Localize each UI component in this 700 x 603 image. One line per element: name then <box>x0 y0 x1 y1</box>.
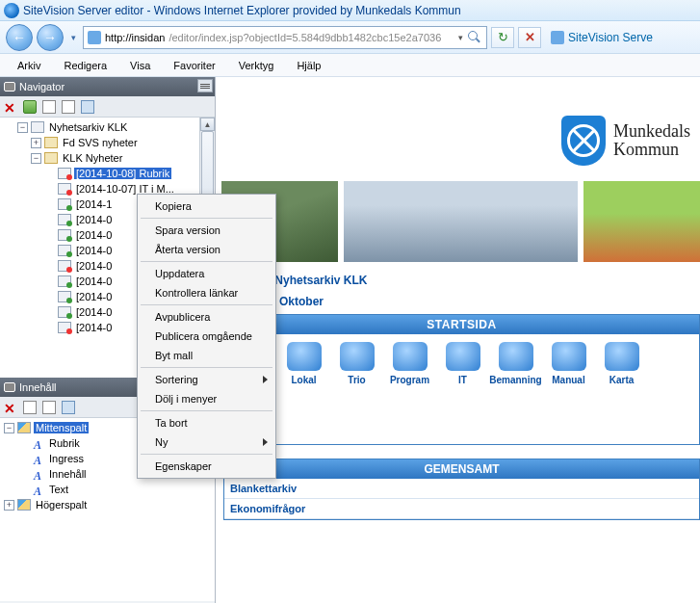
navigator-menu-button[interactable] <box>197 79 213 92</box>
menu-redigera[interactable]: Redigera <box>54 57 117 74</box>
ctx-separator <box>141 410 272 411</box>
sitevision-icon <box>551 31 564 44</box>
gemensamt-title: GEMENSAMT <box>224 459 699 479</box>
ctx-sortering[interactable]: Sortering <box>140 370 273 389</box>
refresh-button[interactable]: ↻ <box>491 27 514 48</box>
new-item-icon[interactable] <box>62 100 75 114</box>
tab-sitevision[interactable]: SiteVision Serve <box>551 31 653 44</box>
menu-visa[interactable]: Visa <box>120 57 160 74</box>
banner-photo-2 <box>344 181 578 262</box>
module-icon[interactable] <box>42 401 56 414</box>
menu-verktyg[interactable]: Verktyg <box>229 57 284 74</box>
brand-line1: Munkedals <box>613 122 690 141</box>
ctx-separator <box>141 304 272 305</box>
ctx-byt-mall[interactable]: Byt mall <box>140 346 273 365</box>
startsida-title: STARTSIDA <box>224 315 699 334</box>
new-page-icon[interactable] <box>42 100 56 114</box>
ctx-uppdatera[interactable]: Uppdatera <box>140 264 273 283</box>
link-blankettarkiv[interactable]: Blankettarkiv <box>224 479 699 499</box>
navigator-header: Navigator <box>0 77 215 96</box>
ctx-avpublicera[interactable]: Avpublicera <box>140 307 273 327</box>
brand-row: Munkedals Kommun <box>216 77 700 181</box>
window-titlebar: SiteVision Server editor - Windows Inter… <box>0 0 700 21</box>
startsida-box: STARTSIDA Bil Lokal Trio Program IT Bema… <box>223 314 700 445</box>
page-preview: Munkedals Kommun INsidan | Nyhetsarkiv K… <box>216 77 700 603</box>
link-ekonomifragor[interactable]: Ekonomifrågor <box>224 499 699 519</box>
search-icon[interactable] <box>467 30 482 45</box>
ctx-dolj-i-menyer[interactable]: Dölj i menyer <box>140 389 273 408</box>
innehall-title: Innehåll <box>19 381 57 393</box>
navigator-icon <box>4 82 15 92</box>
ctx-spara-version[interactable]: Spara version <box>140 221 273 240</box>
tree-klk-nyheter[interactable]: − KLK Nyheter <box>4 150 215 166</box>
brand-line2: Kommun <box>613 141 690 159</box>
app-bemanning[interactable]: Bemanning <box>489 334 542 389</box>
delete-icon[interactable]: ✕ <box>4 100 17 114</box>
menu-hjalp[interactable]: Hjälp <box>287 57 330 74</box>
favicon-icon <box>88 31 101 44</box>
url-path: /editor/index.jsp?objectId=5.584d9dbb148… <box>169 32 441 43</box>
insert-icon[interactable] <box>23 401 37 414</box>
history-dropdown[interactable]: ▾ <box>67 33 79 42</box>
menu-favoriter[interactable]: Favoriter <box>164 57 224 74</box>
content-hogerspalt[interactable]: + Högerspalt <box>4 497 215 512</box>
menubar: Arkiv Redigera Visa Favoriter Verktyg Hj… <box>0 54 700 77</box>
delete-icon[interactable]: ✕ <box>4 401 17 414</box>
map-icon <box>605 342 639 371</box>
properties-icon[interactable] <box>81 100 94 114</box>
ctx-ta-bort[interactable]: Ta bort <box>140 413 273 433</box>
ctx-ny[interactable]: Ny <box>140 433 273 452</box>
url-dropdown-icon[interactable]: ▾ <box>458 33 463 42</box>
ctx-kopiera[interactable]: Kopiera <box>140 197 273 216</box>
ctx-kontrollera-lankar[interactable]: Kontrollera länkar <box>140 283 273 302</box>
app-program[interactable]: Program <box>383 334 436 389</box>
tab-label: SiteVision Serve <box>568 31 653 44</box>
ctx-separator <box>141 261 272 262</box>
ie-icon <box>4 3 19 18</box>
app-trio[interactable]: Trio <box>330 334 383 389</box>
app-it[interactable]: IT <box>436 334 489 389</box>
banner-photo-3 <box>583 181 700 262</box>
navigator-toolbar: ✕ <box>0 96 215 118</box>
navigator-title: Navigator <box>19 81 65 92</box>
innehall-icon <box>4 382 15 392</box>
app-karta[interactable]: Karta <box>595 334 648 389</box>
brand: Munkedals Kommun <box>561 116 690 166</box>
phone-icon <box>340 342 375 371</box>
date-header: Onsdag 8 Oktober <box>216 291 700 314</box>
ctx-egenskaper[interactable]: Egenskaper <box>140 457 273 476</box>
menu-arkiv[interactable]: Arkiv <box>8 57 50 74</box>
app-manual[interactable]: Manual <box>542 334 595 389</box>
address-bar[interactable]: http://insidan/editor/index.jsp?objectId… <box>83 26 487 49</box>
info-icon <box>552 342 586 371</box>
url-host: http://insidan <box>105 32 165 43</box>
tree-fd-svs[interactable]: + Fd SVS nyheter <box>4 135 215 150</box>
stop-button[interactable]: ✕ <box>518 27 541 48</box>
gemensamt-box: GEMENSAMT Blankettarkiv Ekonomifrågor <box>223 459 700 520</box>
people-icon <box>287 342 322 371</box>
props-icon[interactable] <box>62 401 75 414</box>
ctx-separator <box>141 218 272 219</box>
brand-text: Munkedals Kommun <box>613 122 690 159</box>
forward-button[interactable]: → <box>37 24 64 51</box>
app-grid: Bil Lokal Trio Program IT Bemanning Manu… <box>224 334 699 444</box>
program-icon <box>393 342 428 371</box>
ctx-separator <box>141 454 272 455</box>
app-lokal[interactable]: Lokal <box>277 334 330 389</box>
window-title: SiteVision Server editor - Windows Inter… <box>23 4 461 17</box>
staff-icon <box>499 342 533 371</box>
publish-icon[interactable] <box>23 100 37 114</box>
photo-banner <box>216 181 700 262</box>
back-button[interactable]: ← <box>6 24 33 51</box>
ctx-aterta-version[interactable]: Återta version <box>140 240 273 259</box>
breadcrumb[interactable]: INsidan | Nyhetsarkiv KLK <box>216 262 700 291</box>
context-menu: Kopiera Spara version Återta version Upp… <box>137 194 276 479</box>
browser-navrow: ← → ▾ http://insidan/editor/index.jsp?ob… <box>0 21 700 54</box>
ctx-publicera-omgaende[interactable]: Publicera omgående <box>140 327 273 346</box>
tree-root[interactable]: − Nyhetsarkiv KLK <box>4 119 215 135</box>
scroll-up-icon[interactable]: ▲ <box>200 118 215 131</box>
munkedals-shield-icon <box>561 116 606 166</box>
tree-item-selected[interactable]: [2014-10-08] Rubrik <box>4 166 215 181</box>
ctx-separator <box>141 367 272 368</box>
content-text[interactable]: A Text <box>4 482 215 497</box>
